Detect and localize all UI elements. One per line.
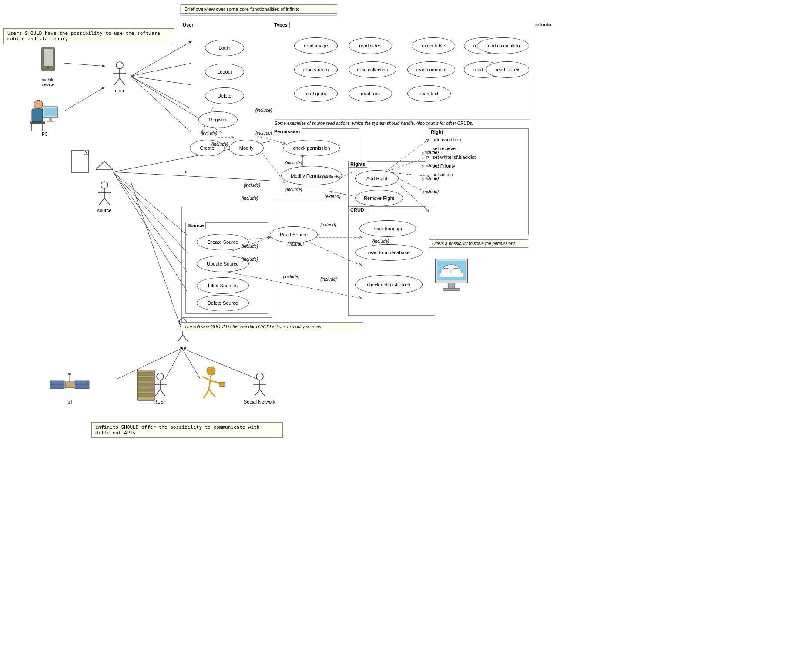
svg-point-60 bbox=[116, 62, 123, 69]
usecase-delete: Delete bbox=[205, 87, 244, 104]
usecase-update-source: Update Source bbox=[197, 256, 249, 272]
svg-rect-107 bbox=[138, 388, 153, 391]
include-label-1: {include} bbox=[201, 131, 217, 136]
svg-rect-79 bbox=[30, 122, 45, 124]
usecase-read-from-database: read from database bbox=[355, 244, 423, 261]
source-frame-title: Source bbox=[186, 222, 206, 229]
actor-social-network: Social Network bbox=[244, 372, 275, 404]
svg-line-114 bbox=[209, 390, 215, 397]
svg-rect-85 bbox=[47, 121, 54, 122]
source-frame: Source Create Source Update Source Filte… bbox=[185, 222, 268, 314]
svg-rect-75 bbox=[44, 49, 53, 66]
type-read-latex: read LaTex bbox=[486, 61, 529, 78]
svg-rect-106 bbox=[138, 383, 153, 386]
user-frame: User Login Logout Delete Register {inclu… bbox=[181, 22, 272, 318]
pc-icon: PC bbox=[30, 98, 60, 133]
mobile-device-icon: mobile device bbox=[38, 46, 58, 76]
svg-line-13 bbox=[113, 172, 187, 272]
right-set-whitelist: set whitelist\blacklist bbox=[429, 153, 528, 162]
bottom-note: infinito SHOULD offer the possibility to… bbox=[91, 422, 283, 438]
svg-rect-108 bbox=[138, 393, 153, 397]
svg-rect-104 bbox=[138, 372, 153, 376]
include-user-perm: {include} bbox=[255, 108, 272, 113]
type-read-image: read image bbox=[294, 37, 338, 54]
source-bottom-note: The software SHOULD offer standard CRUD … bbox=[181, 322, 363, 331]
svg-line-63 bbox=[114, 78, 120, 85]
include-src-3: {include} bbox=[242, 244, 258, 249]
rights-frame-title: Rights bbox=[349, 161, 367, 168]
usecase-register: Register bbox=[198, 111, 238, 128]
svg-rect-59 bbox=[443, 288, 460, 291]
infinito-label: infinito bbox=[535, 22, 551, 27]
svg-line-90 bbox=[183, 335, 188, 342]
svg-line-113 bbox=[204, 390, 209, 398]
include-read-1: {include} bbox=[287, 242, 304, 246]
user-frame-title: User bbox=[181, 22, 195, 28]
svg-line-89 bbox=[178, 335, 183, 342]
right-box: Right add condition set reciever set whi… bbox=[429, 128, 529, 235]
svg-point-76 bbox=[47, 66, 49, 69]
type-read-tree: read tree bbox=[349, 85, 392, 102]
type-read-calculation: read calculation bbox=[477, 37, 529, 54]
svg-line-102 bbox=[160, 390, 165, 396]
usecase-read-from-api: read from api bbox=[359, 220, 416, 237]
types-note: Some examples of source read actions, wh… bbox=[275, 119, 530, 126]
type-read-stream: read stream bbox=[294, 61, 338, 78]
include-label-2: {include} bbox=[211, 142, 228, 147]
actor-source: source bbox=[96, 155, 113, 213]
svg-line-14 bbox=[113, 172, 187, 292]
types-frame: Types read image read video executable r… bbox=[272, 22, 533, 128]
top-note: Brief overview over some core functional… bbox=[181, 4, 337, 14]
svg-line-119 bbox=[255, 390, 260, 396]
svg-point-109 bbox=[207, 367, 215, 375]
right-set-action: set action bbox=[429, 170, 528, 179]
diagram-container: Brief overview over some core functional… bbox=[0, 0, 812, 646]
svg-line-9 bbox=[64, 87, 104, 111]
iot-icon: IoT bbox=[48, 372, 91, 403]
type-read-group: read group bbox=[294, 85, 338, 102]
usecase-delete-source: Delete Source bbox=[197, 295, 249, 311]
include-src-4: {include} bbox=[242, 257, 258, 262]
svg-line-8 bbox=[64, 63, 104, 66]
svg-rect-57 bbox=[440, 273, 463, 277]
usecase-filter-sources: Filter Sources bbox=[197, 277, 249, 294]
right-set-reciever: set reciever bbox=[429, 144, 528, 153]
crud-frame: CRUD read from api {include} read from d… bbox=[348, 207, 435, 316]
svg-line-11 bbox=[113, 172, 187, 235]
include-crud-filter: {include} bbox=[320, 277, 337, 282]
svg-point-98 bbox=[157, 373, 164, 380]
svg-point-97 bbox=[68, 373, 71, 375]
types-frame-title: Types bbox=[272, 22, 290, 28]
computer-icon bbox=[431, 257, 474, 296]
svg-line-70 bbox=[104, 198, 110, 205]
right-box-title: Right bbox=[429, 129, 528, 135]
svg-line-64 bbox=[120, 78, 125, 85]
document-icon bbox=[70, 148, 91, 176]
usecase-read-source: Read Source bbox=[270, 226, 318, 243]
usecase-login: Login bbox=[205, 40, 244, 56]
usecase-check-optimistic-lock: check optimistic lock bbox=[355, 275, 423, 294]
svg-line-110 bbox=[209, 375, 211, 390]
include-src-2: {include} bbox=[242, 196, 258, 201]
usecase-create-source: Create Source bbox=[197, 234, 249, 250]
svg-rect-84 bbox=[49, 118, 52, 121]
usecase-logout: Logout bbox=[205, 64, 244, 80]
extend-crud: {extend} bbox=[320, 222, 336, 227]
extend-label-1: {extends} bbox=[322, 175, 341, 179]
include-r1: {include} bbox=[422, 150, 439, 155]
svg-line-112 bbox=[211, 381, 220, 383]
svg-line-69 bbox=[99, 198, 104, 205]
type-read-comment: read comment bbox=[407, 61, 455, 78]
right-note: Offers a possibility to scale the permis… bbox=[429, 239, 528, 248]
svg-rect-83 bbox=[44, 108, 57, 116]
svg-rect-115 bbox=[220, 382, 225, 387]
extend-label-2: {extend} bbox=[325, 194, 341, 199]
type-read-video: read video bbox=[349, 37, 392, 54]
iot-label: IoT bbox=[48, 400, 91, 404]
usecase-add-right: Add Right bbox=[355, 170, 399, 187]
type-executable: executable bbox=[412, 37, 455, 54]
crud-frame-title: CRUD bbox=[349, 207, 366, 213]
permission-frame-title: Permission bbox=[272, 128, 302, 135]
permission-frame: Permission check permission {include} Mo… bbox=[272, 128, 359, 200]
user-note: Users SHOULD have the possibility to use… bbox=[3, 28, 174, 44]
